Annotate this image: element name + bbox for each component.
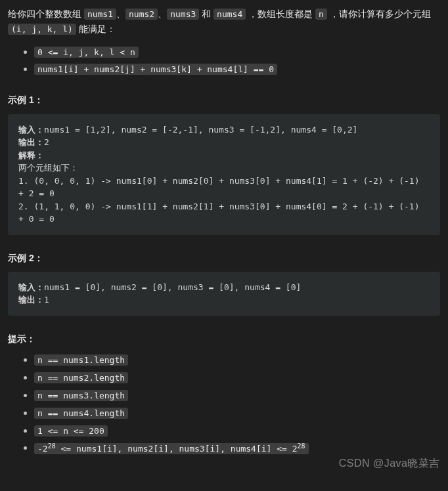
hint-item: 1 <= n <= 200 [22, 423, 440, 438]
hint-code: n == nums1.length [34, 354, 128, 366]
desc-text: ，数组长度都是 [246, 9, 315, 19]
hint-code: n == nums2.length [34, 372, 128, 383]
input-label: 输入： [18, 282, 44, 292]
hint-item: n == nums1.length [22, 352, 440, 368]
desc-text: 给你四个整数数组 [8, 9, 84, 19]
input-value: nums1 = [1,2], nums2 = [-2,-1], nums3 = … [44, 125, 357, 135]
desc-and: 和 [199, 9, 213, 19]
example1-block: 输入：nums1 = [1,2], nums2 = [-2,-1], nums3… [8, 114, 440, 235]
output-value: 2 [44, 137, 49, 147]
hint-code: 1 <= n <= 200 [34, 425, 108, 437]
hint-code: n == nums3.length [34, 390, 128, 401]
example1-title: 示例 1： [8, 93, 440, 107]
code-nums3: nums3 [167, 9, 199, 20]
explain-label: 解释： [18, 150, 44, 160]
example2-block: 输入：nums1 = [0], nums2 = [0], nums3 = [0]… [8, 272, 440, 316]
problem-description: 给你四个整数数组 nums1、nums2、nums3 和 nums4 ，数组长度… [8, 7, 440, 37]
explain-line: 2. (1, 1, 0, 0) -> nums1[1] + nums2[1] +… [18, 202, 424, 224]
desc-text: 能满足： [76, 24, 116, 34]
desc-text: ，请你计算有多少个元组 [327, 9, 431, 19]
input-value: nums1 = [0], nums2 = [0], nums3 = [0], n… [44, 282, 301, 292]
hints-list: n == nums1.length n == nums2.length n ==… [22, 352, 440, 456]
hint-code: n == nums4.length [34, 408, 128, 419]
example2-title: 示例 2： [8, 251, 440, 265]
watermark: CSDN @Java晓菜吉 [339, 455, 440, 472]
code-nums4: nums4 [213, 9, 246, 20]
condition-item: nums1[i] + nums2[j] + nums3[k] + nums4[l… [22, 62, 440, 77]
output-value: 1 [44, 295, 49, 305]
hint-item: n == nums2.length [22, 370, 440, 385]
output-label: 输出： [18, 295, 44, 305]
condition-code: 0 <= i, j, k, l < n [34, 47, 139, 58]
input-label: 输入： [18, 125, 44, 135]
code-tuple: (i, j, k, l) [8, 24, 76, 35]
code-nums2: nums2 [125, 9, 158, 20]
explain-line: 两个元组如下： [18, 163, 78, 173]
desc-sep: 、 [116, 9, 125, 19]
condition-code: nums1[i] + nums2[j] + nums3[k] + nums4[l… [34, 64, 277, 75]
conditions-list: 0 <= i, j, k, l < n nums1[i] + nums2[j] … [22, 45, 440, 77]
hint-item: -228 <= nums1[i], nums2[i], nums3[i], nu… [22, 440, 440, 456]
output-label: 输出： [18, 137, 44, 147]
explain-line: 1. (0, 0, 0, 1) -> nums1[0] + nums2[0] +… [18, 176, 424, 199]
hint-code: -228 <= nums1[i], nums2[i], nums3[i], nu… [34, 443, 309, 454]
hint-item: n == nums4.length [22, 406, 440, 421]
code-nums1: nums1 [84, 9, 116, 20]
code-n: n [315, 9, 327, 20]
condition-item: 0 <= i, j, k, l < n [22, 45, 440, 60]
hints-title: 提示： [8, 331, 440, 346]
hint-item: n == nums3.length [22, 388, 440, 403]
desc-sep: 、 [158, 9, 167, 19]
